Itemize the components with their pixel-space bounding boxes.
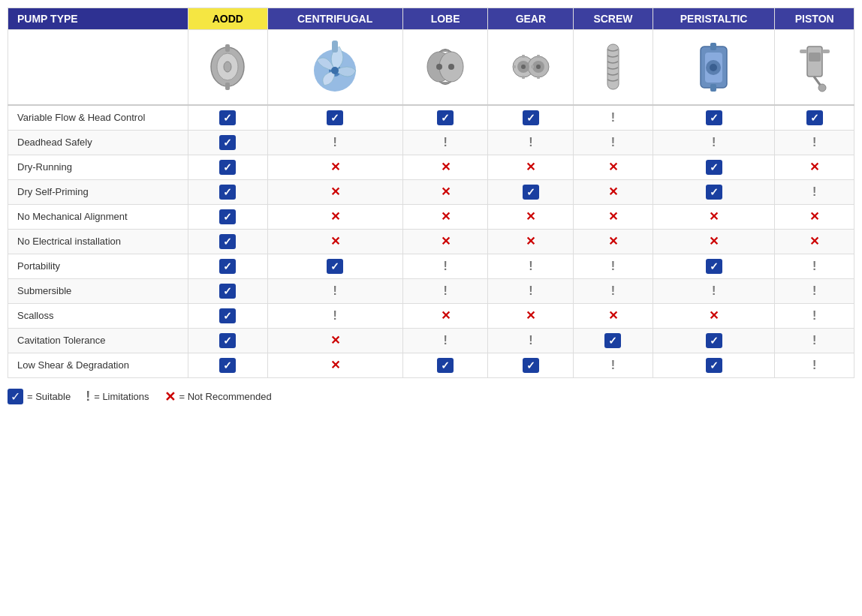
cell-value: ! [574,353,653,377]
cell-value: ✓ [188,278,268,303]
cell-value: ✕ [574,204,653,229]
cell-value: ✕ [488,155,574,179]
cell-value: ✕ [488,204,574,229]
cell-symbol: ✕ [330,210,340,223]
svg-point-12 [448,64,454,70]
cell-symbol: ✓ [706,160,722,175]
cell-value: ✓ [653,155,775,179]
cell-value: ✕ [267,204,402,229]
svg-rect-3 [225,44,230,52]
cell-value: ✓ [188,179,268,204]
cell-value: ! [775,328,854,353]
cell-symbol: ✕ [526,309,535,322]
cell-value: ✕ [574,155,653,179]
pump-img-gear [488,30,574,105]
cell-value: ✕ [653,303,775,328]
cell-value: ✓ [488,353,574,377]
cell-value: ! [488,328,574,353]
cell-symbol: ✕ [441,161,451,173]
cell-symbol: ✓ [219,110,236,125]
limitations-icon: ! [86,389,90,404]
cell-symbol: ! [333,309,336,322]
cell-value: ✕ [267,179,402,204]
cell-value: ✕ [267,353,402,377]
table-row: Scalloss✓!✕✕✕✕! [8,303,854,328]
cell-value: ✓ [402,353,488,377]
cell-symbol: ✕ [608,309,618,322]
pump-images-row [8,30,854,105]
table-row: Dry-Running✓✕✕✕✕✓✕ [8,155,854,179]
cell-symbol: ✕ [608,210,618,223]
cell-symbol: ✕ [608,161,618,173]
cell-value: ✓ [188,130,268,155]
cell-symbol: ✓ [523,358,539,373]
cell-symbol: ✕ [330,235,340,248]
cell-value: ✕ [775,204,854,229]
feature-label: No Electrical installation [8,229,188,254]
cell-value: ✓ [188,229,268,254]
cell-symbol: ✕ [441,185,451,198]
feature-label: Deadhead Safely [8,130,188,155]
cell-value: ! [402,328,488,353]
cell-symbol: ✓ [437,110,454,125]
cell-symbol: ✓ [327,259,343,274]
svg-rect-4 [225,83,230,90]
cell-symbol: ✕ [709,210,719,223]
peristaltic-pump-svg [693,39,734,95]
cell-symbol: ! [812,359,816,371]
svg-point-2 [224,62,231,72]
cell-value: ! [653,278,775,303]
cell-symbol: ✕ [809,161,819,173]
cell-symbol: ✕ [608,185,618,198]
cell-value: ! [775,353,854,377]
cell-symbol: ✓ [219,160,236,175]
feature-label: Dry Self-Priming [8,179,188,204]
cell-value: ! [488,278,574,303]
cell-symbol: ✓ [219,209,236,224]
cell-value: ! [267,130,402,155]
cell-value: ✓ [188,155,268,179]
table-row: Low Shear & Degradation✓✕✓✓!✓! [8,353,854,377]
cell-symbol: ! [333,136,336,149]
cell-symbol: ! [712,284,716,297]
cell-symbol: ! [611,111,615,124]
pump-img-aodd [188,30,268,105]
cell-symbol: ! [812,260,816,272]
cell-symbol: ✓ [219,308,236,323]
cell-symbol: ✓ [219,234,236,249]
legend-not-recommended: ✕ = Not Recommended [164,389,272,405]
cell-symbol: ! [611,359,615,371]
cell-value: ✕ [267,328,402,353]
legend-suitable: ✓ = Suitable [8,389,71,404]
cell-value: ✕ [267,229,402,254]
cell-symbol: ! [333,284,336,297]
centrifugal-pump-svg [311,39,360,95]
cell-symbol: ✓ [219,259,236,274]
cell-symbol: ! [443,284,447,297]
pump-img-piston [775,30,854,105]
cell-value: ✕ [653,229,775,254]
table-row: No Electrical installation✓✕✕✕✕✕✕ [8,229,854,254]
svg-point-18 [536,65,541,69]
cell-symbol: ✓ [219,358,236,373]
cell-symbol: ! [529,260,532,272]
svg-point-17 [521,65,526,69]
cell-symbol: ✓ [604,333,621,348]
cell-symbol: ✓ [706,185,722,200]
cell-value: ✕ [574,179,653,204]
svg-point-7 [331,67,339,74]
cell-symbol: ✕ [709,309,719,322]
cell-symbol: ✕ [330,359,340,371]
cell-value: ✕ [402,179,488,204]
lobe-pump-svg [423,41,468,93]
table-row: Dry Self-Priming✓✕✕✓✕✓! [8,179,854,204]
cell-symbol: ✕ [330,185,340,198]
pump-type-header: PUMP TYPE [8,8,188,30]
feature-label: Scalloss [8,303,188,328]
cell-value: ! [574,105,653,131]
col-header-peristaltic: PERISTALTIC [653,8,775,30]
cell-symbol: ! [443,136,447,149]
svg-rect-20 [531,65,534,68]
aodd-pump-svg [207,43,249,92]
cell-value: ! [488,130,574,155]
